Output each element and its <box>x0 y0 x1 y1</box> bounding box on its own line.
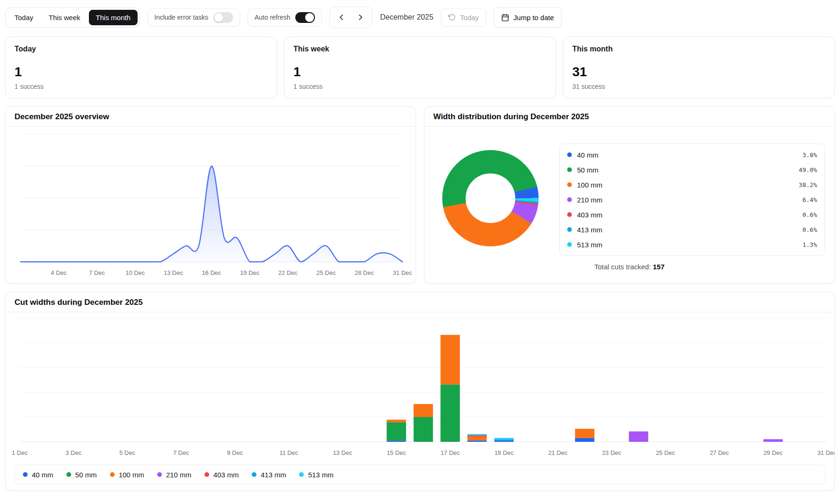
legend-dot <box>567 242 572 247</box>
auto-refresh-toggle[interactable] <box>295 12 315 23</box>
distribution-legend-row-513-mm[interactable]: 513 mm1.3% <box>567 237 817 252</box>
x-tick-label: 3 Dec <box>66 449 81 456</box>
x-tick-label: 19 Dec <box>240 269 260 276</box>
x-tick-label: 15 Dec <box>387 449 406 456</box>
x-tick-label: 13 Dec <box>164 269 183 276</box>
rotate-ccw-icon <box>448 14 456 21</box>
cut-widths-title: Cut widths during December 2025 <box>15 298 825 307</box>
x-tick-label: 11 Dec <box>279 449 299 456</box>
distribution-body: 40 mm3.8%50 mm49.0%100 mm38.2%210 mm6.4%… <box>424 127 834 256</box>
distribution-legend-row-40-mm[interactable]: 40 mm3.8% <box>567 147 817 162</box>
overview-card-header: December 2025 overview <box>6 107 416 126</box>
bar-segment-50-mm <box>440 384 460 442</box>
x-tick-label: 16 Dec <box>202 269 221 276</box>
stat-value: 31 <box>572 65 825 79</box>
legend-percentage: 6.4% <box>803 196 817 203</box>
overview-line-chart: 4 Dec7 Dec10 Dec13 Dec16 Dec19 Dec22 Dec… <box>6 127 416 283</box>
include-error-toggle[interactable] <box>213 12 233 23</box>
overview-line-chart-body: 4 Dec7 Dec10 Dec13 Dec16 Dec19 Dec22 Dec… <box>6 127 416 283</box>
stats-row: Today 1 1 success This week 1 1 success … <box>5 36 835 98</box>
bar-legend-item-403-mm[interactable]: 403 mm <box>205 471 239 479</box>
x-tick-label: 28 Dec <box>355 269 374 276</box>
bar-segment-210-mm <box>763 439 782 442</box>
overview-title: December 2025 overview <box>15 112 407 122</box>
bar-segment-100-mm <box>387 420 406 423</box>
x-tick-label: 7 Dec <box>173 449 189 456</box>
bar-segment-210-mm <box>629 432 648 442</box>
auto-refresh-control: Auto refresh <box>248 8 322 27</box>
toggle-knob <box>305 13 314 22</box>
distribution-legend-row-413-mm[interactable]: 413 mm0.6% <box>567 222 817 237</box>
bar-segment-40-mm <box>387 440 406 442</box>
x-tick-label: 5 Dec <box>119 449 135 456</box>
bar-segment-100-mm <box>575 429 594 438</box>
range-segmented-control: TodayThis weekThis month <box>5 7 140 28</box>
next-month-button[interactable] <box>351 9 370 26</box>
bar-segment-40-mm <box>575 438 594 442</box>
x-tick-label: 1 Dec <box>12 449 28 456</box>
distribution-legend-row-100-mm[interactable]: 100 mm38.2% <box>567 177 817 192</box>
bar-legend-item-50-mm[interactable]: 50 mm <box>66 471 97 479</box>
bar-legend-item-210-mm[interactable]: 210 mm <box>157 471 191 479</box>
distribution-legend-row-50-mm[interactable]: 50 mm49.0% <box>567 162 817 177</box>
stat-value: 1 <box>293 65 547 79</box>
jump-to-date-button[interactable]: Jump to date <box>494 7 562 28</box>
stat-subtitle: 31 success <box>572 83 825 90</box>
x-tick-label: 25 Dec <box>656 449 675 456</box>
chevron-right-icon <box>357 14 364 21</box>
bar-segment-50-mm <box>387 422 406 440</box>
legend-percentage: 0.6% <box>803 211 817 218</box>
line-area-fill <box>21 166 402 262</box>
x-tick-label: 21 Dec <box>548 449 568 456</box>
bar-segment-100-mm <box>440 335 460 384</box>
total-cuts-value: 157 <box>653 263 665 271</box>
stat-value: 1 <box>15 65 268 79</box>
cut-widths-bar-chart: 1 Dec3 Dec5 Dec7 Dec9 Dec11 Dec13 Dec15 … <box>6 312 834 462</box>
x-tick-label: 29 Dec <box>763 449 783 456</box>
today-button[interactable]: Today <box>441 8 486 27</box>
legend-label: 50 mm <box>75 471 97 479</box>
bar-segment-513-mm <box>467 434 487 435</box>
legend-label: 100 mm <box>119 471 144 479</box>
distribution-legend-row-210-mm[interactable]: 210 mm6.4% <box>567 192 817 207</box>
legend-label: 403 mm <box>213 471 239 479</box>
distribution-legend-row-403-mm[interactable]: 403 mm0.6% <box>567 207 817 222</box>
prev-month-button[interactable] <box>332 9 351 26</box>
range-tab-today[interactable]: Today <box>7 10 40 25</box>
x-tick-label: 27 Dec <box>709 449 729 456</box>
bar-legend-item-40-mm[interactable]: 40 mm <box>23 471 53 479</box>
bar-segment-513-mm <box>494 438 513 439</box>
month-nav <box>329 7 373 28</box>
legend-label: 40 mm <box>32 471 53 479</box>
toggle-knob <box>214 13 223 22</box>
cut-widths-legend: 40 mm50 mm100 mm210 mm403 mm413 mm513 mm <box>15 465 825 484</box>
legend-label: 413 mm <box>261 471 286 479</box>
total-cuts-line: Total cuts tracked: 157 <box>424 263 834 271</box>
legend-label: 413 mm <box>577 226 602 234</box>
legend-percentage: 3.8% <box>803 151 817 158</box>
bar-segment-40-mm <box>467 440 487 442</box>
distribution-title: Width distribution during December 2025 <box>433 112 825 122</box>
chevron-left-icon <box>338 14 345 21</box>
legend-dot <box>157 472 162 477</box>
distribution-card-header: Width distribution during December 2025 <box>424 107 834 126</box>
legend-dot <box>23 472 28 477</box>
x-tick-label: 23 Dec <box>602 449 621 456</box>
range-tab-this-week[interactable]: This week <box>42 10 88 25</box>
stat-card-this-month: This month 31 31 success <box>563 36 835 98</box>
legend-label: 513 mm <box>577 241 602 249</box>
legend-label: 403 mm <box>577 211 602 219</box>
jump-to-date-label: Jump to date <box>513 14 554 22</box>
bar-legend-item-100-mm[interactable]: 100 mm <box>110 471 144 479</box>
auto-refresh-label: Auto refresh <box>255 14 290 21</box>
x-tick-label: 7 Dec <box>89 269 105 276</box>
bar-legend-item-513-mm[interactable]: 513 mm <box>299 471 333 479</box>
bar-segment-40-mm <box>494 440 513 442</box>
bar-legend-item-413-mm[interactable]: 413 mm <box>252 471 286 479</box>
stat-card-today: Today 1 1 success <box>5 36 277 98</box>
range-tab-this-month[interactable]: This month <box>89 10 138 25</box>
legend-dot <box>299 472 304 477</box>
bar-segment-50-mm <box>414 417 433 442</box>
x-tick-label: 10 Dec <box>125 269 145 276</box>
cut-widths-chart-body: 1 Dec3 Dec5 Dec7 Dec9 Dec11 Dec13 Dec15 … <box>6 312 834 462</box>
